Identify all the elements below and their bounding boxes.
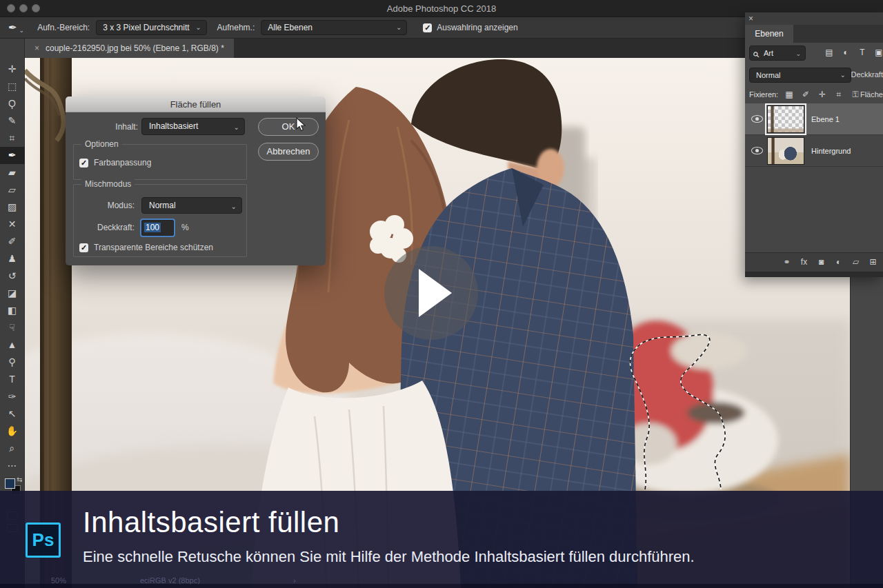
zoom-tool[interactable]: ⌕ <box>0 440 25 457</box>
options-group-label: Optionen <box>81 139 122 149</box>
blend-group-label: Mischmodus <box>81 179 135 189</box>
close-tab-icon[interactable]: × <box>34 43 39 53</box>
gradient-tool[interactable]: ◧ <box>0 302 25 319</box>
zoom-window-button[interactable] <box>32 4 40 12</box>
lasso-tool[interactable]: Ϙ <box>0 95 25 112</box>
opacity-input[interactable]: 100 <box>141 220 174 236</box>
sample-area-label: Aufn.-Bereich: <box>37 23 90 32</box>
options-group: Optionen ✓ Farbanpassung <box>73 144 247 180</box>
cancel-button[interactable]: Abbrechen <box>258 143 319 161</box>
tab-layers[interactable]: Ebenen <box>745 25 793 43</box>
lock-position-icon[interactable]: ✛ <box>814 90 831 99</box>
crop-tool[interactable]: ⌗ <box>0 130 25 147</box>
adjustment-layer-filter-icon[interactable]: ◐ <box>837 48 854 57</box>
layer-mask-icon[interactable]: ◙ <box>813 257 830 267</box>
blend-mode-dropdown[interactable]: Normal⌄ <box>749 68 851 83</box>
chevron-down-icon: ⌄ <box>195 21 201 34</box>
pixel-layer-filter-icon[interactable]: ▤ <box>821 48 837 57</box>
healing-brush-tool[interactable]: ▱ <box>0 181 25 199</box>
swap-colors-icon[interactable]: ⇆ <box>17 476 22 483</box>
eyedropper-icon: ✒ <box>8 21 17 34</box>
active-tool-preset[interactable]: ✒ ⌄ <box>8 21 24 34</box>
clone-stamp-tool[interactable]: ♟ <box>0 250 25 267</box>
search-icon: ⚲ <box>749 48 763 61</box>
adjustment-layer-icon[interactable]: ◐ <box>830 257 847 267</box>
patch-tool[interactable]: ▨ <box>0 199 25 216</box>
new-group-icon[interactable]: ▱ <box>847 257 864 267</box>
layer-visibility-eye-icon[interactable] <box>751 147 763 154</box>
sample-size-dropdown[interactable]: 3 x 3 Pixel Durchschnitt⌄ <box>96 20 206 35</box>
document-tab[interactable]: × couple-2162950.jpg bei 50% (Ebene 1, R… <box>25 39 234 58</box>
layers-empty-area <box>745 167 883 252</box>
mode-label: Modus: <box>74 201 135 210</box>
show-ring-checkbox[interactable]: ✓ <box>423 23 432 32</box>
type-tool[interactable]: T <box>0 371 25 388</box>
content-label: Inhalt: <box>79 122 138 132</box>
close-window-button[interactable] <box>7 4 15 12</box>
layer-thumbnail[interactable] <box>767 105 804 133</box>
opacity-unit: % <box>181 223 195 232</box>
dodge-tool[interactable]: ⚲ <box>0 354 25 371</box>
lock-label: Fixieren: <box>749 90 778 99</box>
play-button[interactable] <box>384 246 478 340</box>
new-layer-icon[interactable]: ⊞ <box>864 257 882 267</box>
layer-thumbnail[interactable] <box>767 137 804 165</box>
lock-artboard-icon[interactable]: ⌗ <box>831 90 847 99</box>
quick-selection-tool[interactable]: ✎ <box>0 112 25 130</box>
color-adaptation-checkbox[interactable]: ✓ <box>79 159 88 168</box>
preserve-transparency-checkbox[interactable]: ✓ <box>79 243 88 252</box>
panel-bottom-bar: ⚭fx◙◐▱⊞ <box>745 252 883 272</box>
toolbar-tools: ✛⬚Ϙ✎⌗✒▰▱▨✕✐♟↺◪◧☟▲⚲T✑↖✋⌕⋯ <box>0 61 25 474</box>
color-adaptation-label: Farbanpassung <box>94 158 151 168</box>
smudge-tool[interactable]: ☟ <box>0 319 25 336</box>
layer-filter-dropdown[interactable]: ⚲ Art ⌄ <box>749 45 806 61</box>
minimize-window-button[interactable] <box>19 4 28 12</box>
lock-icons: ▦✐✛⌗⚿ <box>781 90 864 99</box>
shape-layer-filter-icon[interactable]: ▣ <box>871 48 883 57</box>
panel-opacity-label: Deckkraft: <box>851 70 883 79</box>
lock-transparency-icon[interactable]: ▦ <box>781 90 797 99</box>
foreground-color-swatch[interactable] <box>5 478 15 489</box>
brush-tool[interactable]: ✐ <box>0 233 25 250</box>
panel-header: × <box>745 12 883 25</box>
filter-icons: ▤◐T▣ <box>821 48 883 57</box>
fill-dialog: Fläche füllen Inhalt: Inhaltsbasiert⌄ OK… <box>66 97 326 265</box>
photoshop-logo: Ps <box>26 523 61 558</box>
content-dropdown[interactable]: Inhaltsbasiert⌄ <box>141 118 245 135</box>
document-tab-bar: × couple-2162950.jpg bei 50% (Ebene 1, R… <box>25 39 850 58</box>
content-aware-move-tool[interactable]: ✕ <box>0 216 25 233</box>
marquee-tool[interactable]: ⬚ <box>0 78 25 95</box>
banner-subtitle: Eine schnelle Retusche können Sie mit Hi… <box>83 548 695 566</box>
preserve-transparency-label: Transparente Bereiche schützen <box>94 243 213 252</box>
hand-tool[interactable]: ✋ <box>0 423 25 440</box>
eyedropper-tool[interactable]: ✒ <box>0 147 25 164</box>
pen-tool[interactable]: ✑ <box>0 388 25 405</box>
spot-healing-brush-tool[interactable]: ▰ <box>0 164 25 181</box>
layer-visibility-eye-icon[interactable] <box>751 115 763 123</box>
chevron-down-icon: ⌄ <box>840 68 846 82</box>
close-panel-icon[interactable]: × <box>748 14 753 23</box>
layer-style-icon[interactable]: fx <box>795 257 813 267</box>
play-icon <box>419 269 452 317</box>
ok-button[interactable]: OK <box>258 118 319 136</box>
more-tools[interactable]: ⋯ <box>0 457 25 474</box>
chevron-down-icon: ⌄ <box>234 119 239 135</box>
photoshop-window: Adobe Photoshop CC 2018 ✒ ⌄ Aufn.-Bereic… <box>0 0 883 588</box>
chevron-down-icon: ⌄ <box>19 27 25 34</box>
tutorial-banner: Ps Inhaltsbasiert füllen Eine schnelle R… <box>0 491 883 588</box>
sharpen-tool[interactable]: ▲ <box>0 336 25 354</box>
mode-dropdown[interactable]: Normal⌄ <box>141 197 242 214</box>
eraser-tool[interactable]: ◪ <box>0 285 25 302</box>
layers-panel: × Ebenen ⚲ Art ⌄ ▤◐T▣ Normal⌄ Deckkraft:… <box>745 12 883 277</box>
history-brush-tool[interactable]: ↺ <box>0 267 25 285</box>
dialog-title[interactable]: Fläche füllen <box>66 97 326 112</box>
link-layers-icon[interactable]: ⚭ <box>778 257 795 267</box>
type-layer-filter-icon[interactable]: T <box>854 48 871 57</box>
sample-layers-dropdown[interactable]: Alle Ebenen⌄ <box>261 20 407 35</box>
lock-paint-icon[interactable]: ✐ <box>797 90 814 99</box>
path-selection-tool[interactable]: ↖ <box>0 405 25 423</box>
move-tool[interactable]: ✛ <box>0 61 25 78</box>
layer-row[interactable]: Ebene 1 <box>745 103 883 135</box>
sample-layers-label: Aufnehm.: <box>217 23 255 32</box>
layer-row[interactable]: Hintergrund <box>745 135 883 167</box>
